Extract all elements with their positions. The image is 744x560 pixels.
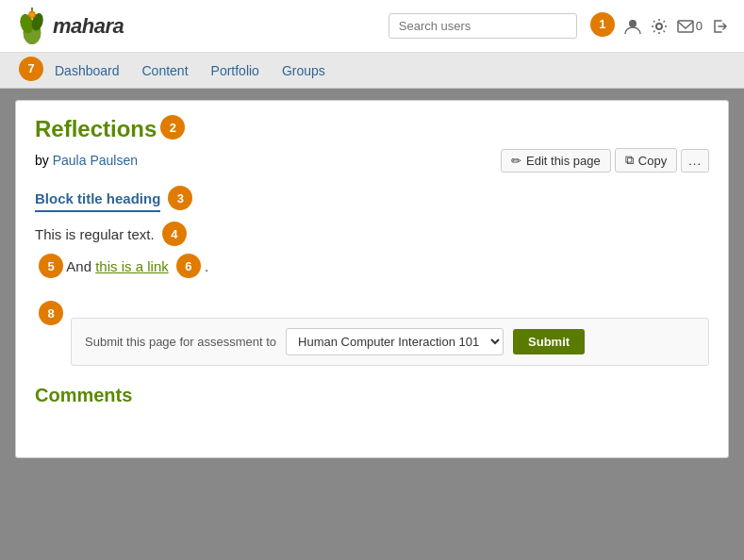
settings-icon[interactable]	[651, 18, 668, 35]
author-prefix: by	[35, 153, 49, 168]
page-card: Reflections 2 by Paula Paulsen ✏ Edit th…	[15, 100, 729, 458]
author-info: by Paula Paulsen	[35, 153, 138, 168]
regular-text: This is regular text.	[35, 226, 155, 242]
link-prefix: And	[66, 258, 95, 274]
user-profile-icon[interactable]	[624, 18, 641, 35]
comments-title: Comments	[35, 385, 709, 406]
svg-rect-8	[678, 21, 693, 32]
regular-text-paragraph: This is regular text. 4	[35, 223, 709, 248]
author-link[interactable]: Paula Paulsen	[53, 153, 138, 168]
link-suffix: .	[205, 258, 208, 274]
author-row: by Paula Paulsen ✏ Edit this page ⧉ Copy…	[35, 148, 709, 173]
app-name: mahara	[53, 14, 124, 39]
link-text-paragraph: 5 And this is a link 6 .	[35, 255, 709, 280]
main-wrapper: Reflections 2 by Paula Paulsen ✏ Edit th…	[0, 89, 744, 469]
annotation-bubble-3: 3	[168, 186, 192, 210]
copy-icon: ⧉	[625, 153, 634, 168]
sidebar-item-dashboard[interactable]: Dashboard	[43, 56, 131, 86]
sidebar-item-portfolio[interactable]: Portfolio	[200, 56, 271, 86]
sidebar-item-content[interactable]: Content	[131, 56, 200, 86]
block-title-section: Block title heading 3	[35, 188, 709, 212]
sidebar-item-groups[interactable]: Groups	[271, 56, 337, 86]
logout-icon[interactable]	[712, 18, 729, 35]
annotation-bubble-6: 6	[176, 254, 201, 278]
mail-count: 0	[696, 19, 703, 33]
submit-bar: Submit this page for assessment to Human…	[71, 318, 709, 366]
svg-point-4	[30, 12, 35, 17]
header: mahara 1 0	[0, 0, 744, 53]
more-options-button[interactable]: ...	[681, 149, 709, 173]
logo-area: mahara	[15, 8, 124, 45]
svg-point-7	[656, 24, 662, 29]
search-input[interactable]	[389, 13, 577, 39]
header-right: 1 0	[389, 13, 729, 39]
more-icon: ...	[688, 154, 702, 168]
edit-page-button[interactable]: ✏ Edit this page	[501, 149, 611, 173]
page-title: Reflections	[35, 116, 157, 142]
action-buttons: ✏ Edit this page ⧉ Copy ...	[501, 148, 709, 173]
submit-label: Submit this page for assessment to	[85, 335, 276, 349]
annotation-bubble-2: 2	[160, 115, 185, 140]
course-select[interactable]: Human Computer Interaction 101 Other Cou…	[286, 328, 504, 355]
copy-page-button[interactable]: ⧉ Copy	[615, 148, 677, 173]
svg-point-6	[629, 20, 637, 27]
submit-button[interactable]: Submit	[513, 329, 585, 354]
annotation-bubble-5: 5	[39, 254, 63, 278]
annotation-8-area: 8 Submit this page for assessment to Hum…	[35, 295, 709, 377]
annotation-bubble-8: 8	[39, 301, 63, 325]
page-title-row: Reflections 2	[35, 116, 709, 142]
mahara-logo-icon	[15, 8, 49, 45]
nav-bar: 7 Dashboard Content Portfolio Groups	[0, 53, 744, 89]
block-title-heading: Block title heading	[35, 190, 160, 212]
annotation-bubble-7: 7	[19, 57, 43, 81]
comments-section: Comments	[35, 377, 709, 410]
pencil-icon: ✏	[511, 154, 521, 168]
annotation-bubble-4: 4	[162, 222, 187, 246]
mail-badge[interactable]: 0	[677, 19, 703, 33]
edit-label: Edit this page	[526, 154, 601, 168]
annotation-bubble-1: 1	[590, 12, 615, 37]
copy-label: Copy	[638, 154, 667, 168]
inline-link[interactable]: this is a link	[95, 258, 169, 274]
